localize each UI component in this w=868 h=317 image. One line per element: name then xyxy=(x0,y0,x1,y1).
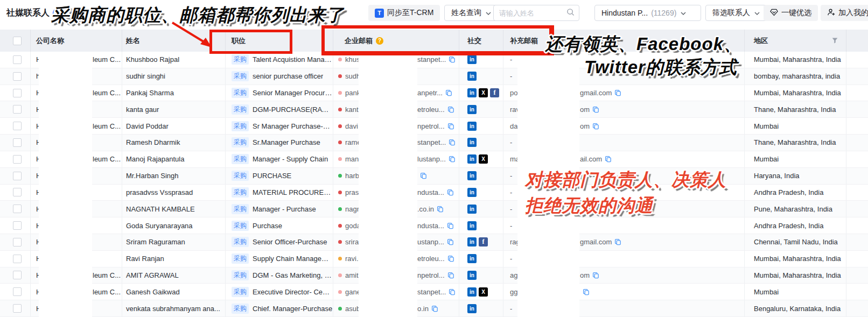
copy-icon[interactable] xyxy=(449,56,456,63)
name-query-label: 姓名查询 xyxy=(451,8,481,18)
facebook-icon[interactable]: f xyxy=(490,88,499,97)
linkedin-icon[interactable]: in xyxy=(467,271,477,280)
linkedin-icon[interactable]: in xyxy=(467,72,477,81)
job-title: Talent Acquistion Manager xyxy=(253,55,333,64)
copy-icon[interactable] xyxy=(431,305,438,312)
facebook-icon[interactable]: f xyxy=(479,237,488,246)
row-checkbox[interactable] xyxy=(13,89,22,97)
x-icon[interactable]: X xyxy=(479,88,488,97)
job-title-cell: 采购 PURCHASE xyxy=(226,168,333,184)
name-query-dropdown[interactable]: 姓名查询 xyxy=(444,5,498,21)
row-checkbox[interactable] xyxy=(13,172,22,180)
copy-icon[interactable] xyxy=(447,238,454,245)
extra-email-head: - xyxy=(510,222,512,230)
copy-icon[interactable] xyxy=(449,288,456,295)
row-checkbox[interactable] xyxy=(13,238,22,246)
row-checkbox[interactable] xyxy=(13,55,22,64)
company-select[interactable]: Hindustan P... (11269) xyxy=(594,5,701,21)
row-checkbox[interactable] xyxy=(13,105,22,114)
copy-icon[interactable] xyxy=(583,288,590,295)
row-checkbox[interactable] xyxy=(13,72,22,81)
select-all-checkbox[interactable] xyxy=(13,37,22,45)
contact-name: NAGNATH KAMBALE xyxy=(126,205,195,213)
email-tail: npetrol... xyxy=(417,122,445,130)
linkedin-icon[interactable]: in xyxy=(467,304,477,313)
social-cell: inXf xyxy=(459,85,503,101)
chevron-down-icon xyxy=(754,9,760,17)
extra-email-tail-wrap: gmail.com xyxy=(580,234,621,250)
extra-email-tail-wrap: om xyxy=(580,118,599,134)
copy-icon[interactable] xyxy=(614,238,621,245)
row-checkbox[interactable] xyxy=(13,271,22,279)
linkedin-icon[interactable]: in xyxy=(467,287,477,297)
copy-icon[interactable] xyxy=(445,89,452,96)
row-checkbox[interactable] xyxy=(13,287,22,296)
copy-icon[interactable] xyxy=(447,272,454,279)
copy-icon[interactable] xyxy=(449,139,456,146)
linkedin-icon[interactable]: in xyxy=(467,55,477,64)
linkedin-icon[interactable]: in xyxy=(467,122,477,131)
email-status-dot xyxy=(338,108,342,111)
row-checkbox[interactable] xyxy=(13,122,22,130)
row-spacer xyxy=(846,85,868,101)
copy-icon[interactable] xyxy=(447,123,454,130)
region: Andhra Pradesh, India xyxy=(754,222,823,230)
add-to-my-contacts-button[interactable]: 加入我的联系人 xyxy=(821,5,868,21)
row-checkbox[interactable] xyxy=(13,138,22,147)
linkedin-icon[interactable]: in xyxy=(467,88,477,97)
filter-contacts-dropdown[interactable]: 筛选联系人 xyxy=(705,5,767,21)
linkedin-icon[interactable]: in xyxy=(467,237,477,246)
linkedin-icon[interactable]: in xyxy=(467,171,477,180)
copy-icon[interactable] xyxy=(592,106,599,113)
linkedin-icon[interactable]: in xyxy=(467,154,477,164)
contact-name-cell: NAGNATH KAMBALE xyxy=(122,201,226,217)
region: Chennai, Tamil Nadu, India xyxy=(754,238,838,246)
row-checkbox[interactable] xyxy=(13,221,22,230)
copy-icon[interactable] xyxy=(447,189,454,196)
region-cell: Thane, Maharashtra, India xyxy=(745,135,846,151)
row-checkbox[interactable] xyxy=(13,255,22,263)
filter-funnel-icon[interactable] xyxy=(831,37,838,46)
name-search-input[interactable] xyxy=(498,9,566,18)
job-title-cell: 采购 Supply Chain Manageme... xyxy=(226,251,333,267)
email-status-dot xyxy=(338,207,342,211)
linkedin-icon[interactable]: in xyxy=(467,138,477,147)
copy-icon[interactable] xyxy=(614,89,621,96)
copy-icon[interactable] xyxy=(592,272,599,279)
x-icon[interactable]: X xyxy=(479,287,488,297)
email-head: amit. xyxy=(345,271,360,279)
region-cell: Andhra Pradesh, India xyxy=(745,185,846,201)
search-icon[interactable] xyxy=(566,8,575,18)
row-checkbox[interactable] xyxy=(13,205,22,213)
region-cell: Mumbai, Maharashtra, India xyxy=(745,251,846,267)
social-cell: inX xyxy=(459,151,503,167)
linkedin-icon[interactable]: in xyxy=(467,205,477,214)
linkedin-icon[interactable]: in xyxy=(467,221,477,230)
email-head: khus xyxy=(345,55,360,64)
email-tail-wrap: .co.in xyxy=(417,201,444,217)
row-checkbox[interactable] xyxy=(13,304,22,313)
purchaser-badge: 采购 xyxy=(232,88,249,98)
row-checkbox[interactable] xyxy=(13,155,22,164)
copy-icon[interactable] xyxy=(420,172,427,179)
one-click-optimize-button[interactable]: 一键优选 xyxy=(764,5,818,21)
copy-icon[interactable] xyxy=(447,222,454,229)
email-status-dot xyxy=(338,240,342,244)
linkedin-icon[interactable]: in xyxy=(467,188,477,197)
copy-icon[interactable] xyxy=(592,123,599,130)
linkedin-icon[interactable]: in xyxy=(467,254,477,263)
sync-to-tcrm-button[interactable]: T 同步至T-CRM xyxy=(368,5,440,21)
copy-icon[interactable] xyxy=(437,206,444,213)
copy-icon[interactable] xyxy=(605,156,612,163)
extra-email-tail: om xyxy=(580,271,590,279)
x-icon[interactable]: X xyxy=(479,154,488,164)
row-checkbox[interactable] xyxy=(13,188,22,196)
copy-icon[interactable] xyxy=(447,255,454,262)
row-spacer xyxy=(846,52,868,68)
table-row: H Ramesh Dharmik 采购 Sr.Manager Purchase … xyxy=(0,135,868,151)
copy-icon[interactable] xyxy=(447,106,454,113)
header-region-label: 地区 xyxy=(754,36,768,46)
linkedin-icon[interactable]: in xyxy=(467,105,477,114)
social-cell: in xyxy=(459,201,503,217)
copy-icon[interactable] xyxy=(449,156,456,163)
